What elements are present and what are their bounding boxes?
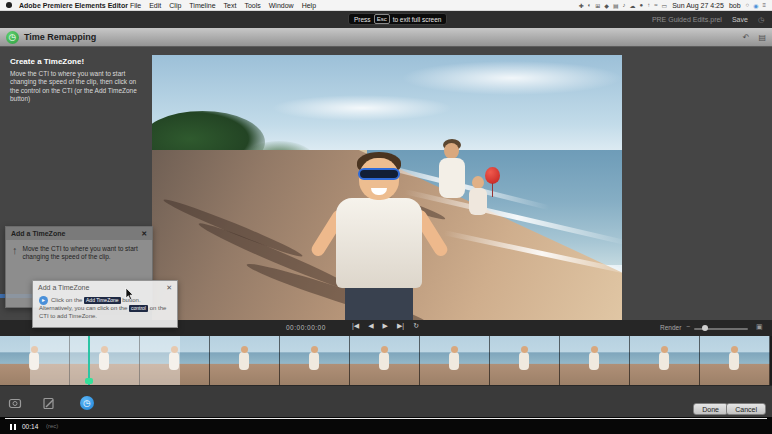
titlebar-right: PRE Guided Edits.prel Save ◷ [652,11,764,28]
time-remap-badge-icon: ◷ [6,31,19,44]
transport-button[interactable]: ▶| [397,322,404,330]
filmstrip-frame[interactable] [350,336,420,385]
filmstrip-frame[interactable] [700,336,770,385]
cti-icon: ↑ [12,245,18,262]
transport-button[interactable]: |◀ [352,322,359,330]
menubar-user[interactable]: bob [729,2,741,9]
boy-figure [336,198,422,288]
cti-playhead-handle[interactable] [85,378,93,384]
menu-item[interactable]: Timeline [189,2,215,9]
popup-title: Add a TimeZone [38,284,89,291]
menu-item[interactable]: Help [302,2,316,9]
status-icon[interactable]: ▤ [613,2,619,9]
close-icon[interactable]: ✕ [166,284,172,292]
fit-screen-icon[interactable]: ▣ [756,323,763,331]
tooltip-text-post: to exit full screen [393,16,442,23]
info-icon: ▸ [39,296,48,305]
edit-icon[interactable] [42,396,56,410]
instruction-panel: Create a TimeZone! Move the CTI to where… [10,57,144,104]
popup-body-text: Click on the [51,297,82,303]
menu-item[interactable]: Clip [169,2,181,9]
done-button[interactable]: Done [693,403,728,415]
zoom-out-icon[interactable]: − [686,323,690,330]
menu-item[interactable]: Window [269,2,294,9]
menubar-status-area: ✚◐⊞◆▤♪☁●↑≈▭ Sun Aug 27 4:25 bob ○◉≡ [579,2,766,9]
menu-item[interactable]: Edit [149,2,161,9]
woman-figure [439,158,465,198]
girl-figure [469,188,487,215]
macos-menubar: Adobe Premiere Elements Editor FileEditC… [0,0,772,11]
filmstrip-frame[interactable] [420,336,490,385]
status-icon[interactable]: ≈ [654,2,657,9]
cloud-shape [402,61,622,95]
filmstrip-frame[interactable] [210,336,280,385]
boy-figure [345,285,413,320]
pause-icon[interactable] [10,424,16,430]
red-balloon-shape [485,167,500,184]
cancel-button[interactable]: Cancel [726,403,766,415]
transport-button[interactable]: ▶ [383,322,388,330]
guided-edit-title: Time Remapping [24,32,96,42]
close-icon[interactable]: ✕ [141,230,147,238]
status-icons: ✚◐⊞◆▤♪☁●↑≈▭ [579,2,668,9]
balloon-string [492,183,493,197]
timecode-display: 00:00:00:00 [286,324,326,331]
spotlight-search-icon[interactable]: ≡ [762,2,766,9]
recording-note: (rec) [46,423,58,429]
recording-progress [5,418,767,419]
status-icon[interactable]: ♪ [623,2,626,9]
instruction-body: Move the CTI to where you want to start … [10,70,144,104]
filmstrip-frame[interactable] [280,336,350,385]
menu-item[interactable]: Text [224,2,237,9]
status-icon[interactable]: ✚ [579,2,584,9]
status-icon[interactable]: ◐ [588,2,592,9]
recording-time: 00:14 [22,423,38,430]
guided-header-actions: ↶ ▤ [743,33,766,42]
video-preview[interactable] [152,55,622,320]
filmstrip-frame[interactable] [630,336,700,385]
popup-overlay-wash [30,336,180,385]
screen: Adobe Premiere Elements Editor FileEditC… [0,0,772,434]
cloud-shape [272,95,452,121]
add-timezone-chip: Add TimeZone [84,297,121,304]
control-chip: control [129,305,148,312]
tooltip-text-pre: Press [354,16,371,23]
add-timezone-popup-2: Add a TimeZone ✕ ▸Click on the Add TimeZ… [32,280,178,328]
status-icon[interactable]: ↑ [647,2,650,9]
transport-controls: |◀◀▶▶|↻ [352,322,419,330]
status-icon[interactable]: ☁ [630,2,636,9]
filmstrip-frame[interactable] [490,336,560,385]
menu-item[interactable]: Tools [244,2,260,9]
status-icon[interactable]: ◆ [604,2,609,9]
panel-icon[interactable]: ▤ [758,33,766,42]
menu-items: FileEditClipTimelineTextToolsWindowHelp [130,2,316,9]
camera-icon[interactable] [8,396,22,410]
menubar-clock[interactable]: Sun Aug 27 4:25 [672,2,724,9]
bottom-toolbar: ◷ Done Cancel [0,385,772,417]
spotlight-search-icon[interactable]: ○ [746,2,750,9]
save-button[interactable]: Save [732,16,748,23]
transport-button[interactable]: ◀ [368,322,373,330]
woman-figure [444,143,459,159]
zoom-slider-handle[interactable] [702,325,708,331]
project-name: PRE Guided Edits.prel [652,16,722,23]
spotlight-search-icon[interactable]: ◉ [753,2,758,9]
menu-item[interactable]: File [130,2,141,9]
apple-logo-icon[interactable] [6,2,12,8]
menubar-trailing-icons: ○◉≡ [746,2,766,9]
mouse-cursor [125,286,134,304]
esc-key-badge: Esc [374,14,390,24]
time-remap-icon[interactable]: ◷ [80,396,94,410]
undo-icon[interactable]: ↶ [743,33,750,42]
popup-title: Add a TimeZone [11,230,65,237]
render-label[interactable]: Render [660,324,681,331]
status-icon[interactable]: ● [640,2,644,9]
instruction-heading: Create a TimeZone! [10,57,144,66]
fullscreen-tooltip: Press Esc to exit full screen [348,13,447,25]
status-icon[interactable]: ▭ [661,2,667,9]
status-icon[interactable]: ⊞ [595,2,600,9]
menu-app-name[interactable]: Adobe Premiere Elements Editor [19,2,128,9]
transport-button[interactable]: ↻ [413,322,419,330]
filmstrip-frame[interactable] [560,336,630,385]
sync-icon[interactable]: ◷ [758,16,764,24]
